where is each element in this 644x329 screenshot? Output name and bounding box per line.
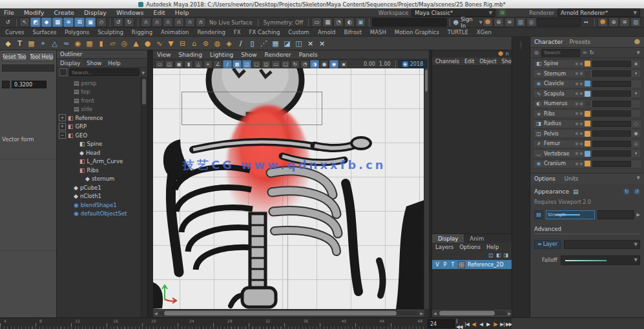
layer-chip[interactable]: ≡ Layer: [534, 240, 561, 249]
reset-tool-button[interactable]: Reset Tool: [2, 52, 27, 61]
viewport-toolbar-icon[interactable]: ◉: [329, 60, 338, 68]
menu-item[interactable]: Windows: [116, 9, 143, 16]
snap-icon[interactable]: ∩: [185, 17, 195, 27]
menu-item[interactable]: Help: [175, 9, 189, 16]
units-section-label[interactable]: Units: [565, 175, 579, 182]
expand-toggle[interactable]: +: [59, 114, 66, 121]
layer-color-swatch[interactable]: [458, 261, 465, 268]
shelf-icon[interactable]: ⌖: [37, 38, 48, 49]
playback-button[interactable]: |◀◀: [456, 320, 463, 328]
menu-item[interactable]: Edit: [153, 9, 165, 16]
toggle-dot[interactable]: [576, 132, 578, 135]
value-field[interactable]: [592, 101, 631, 107]
viewport-toolbar-icon[interactable]: □: [252, 60, 261, 68]
exposure-value[interactable]: 0.00: [364, 61, 375, 67]
channel-box-icon[interactable]: ☻: [498, 51, 503, 57]
brush-icon[interactable]: ▤: [534, 210, 543, 219]
toggle-dot[interactable]: [580, 152, 583, 155]
channel-box-menu-item[interactable]: Object: [480, 59, 497, 65]
shelf-icon[interactable]: ×: [317, 38, 327, 49]
influence-row[interactable]: ◉ Clavicle: [533, 79, 641, 88]
shelf-icon[interactable]: ×: [305, 38, 316, 49]
viewport-toolbar-icon[interactable]: ◑: [310, 60, 319, 68]
outliner-item[interactable]: ◆ pCube1: [57, 183, 141, 192]
shelf-icon[interactable]: ▲: [130, 38, 141, 49]
shelf-tab[interactable]: Surfaces: [33, 29, 57, 35]
viewport-toolbar-icon[interactable]: ▣: [174, 60, 183, 68]
menu-item[interactable]: Display: [84, 9, 107, 16]
layer-visibility-toggle[interactable]: V: [435, 262, 440, 268]
outliner-menu-item[interactable]: Help: [108, 60, 120, 66]
color-swatch[interactable]: [585, 151, 590, 157]
selection-mask-icon[interactable]: ▣: [85, 17, 96, 27]
shelf-tab[interactable]: Rigging: [132, 29, 152, 35]
shelf-icon[interactable]: ∕: [235, 38, 246, 49]
value-field[interactable]: [592, 161, 631, 167]
viewport-toolbar-icon[interactable]: ●: [320, 60, 329, 68]
history-icon[interactable]: ↺: [113, 17, 123, 27]
shelf-icon[interactable]: ≈: [61, 38, 72, 49]
viewport-toolbar-icon[interactable]: □: [281, 60, 290, 68]
expand-toggle[interactable]: +: [59, 123, 66, 130]
viewport-toolbar-icon[interactable]: ↻: [291, 60, 300, 68]
shelf-icon[interactable]: ◎: [119, 38, 130, 49]
sidebar-toggle-icon[interactable]: ☻: [597, 17, 608, 27]
row-option-icon[interactable]: ▾: [633, 151, 639, 156]
outliner-item[interactable]: ▤ side: [57, 105, 141, 114]
search-input[interactable]: [372, 18, 447, 26]
playback-button[interactable]: ◀|: [470, 320, 477, 328]
viewport-menu-item[interactable]: Show: [241, 52, 256, 58]
viewport-toolbar-icon[interactable]: ▪: [339, 60, 348, 68]
outliner-item[interactable]: ▤ persp: [57, 79, 141, 88]
shelf-icon[interactable]: ▦: [26, 38, 37, 49]
shelf-icon[interactable]: ▦: [84, 38, 95, 49]
symmetry-label[interactable]: Symmetry: Off: [264, 19, 304, 26]
viewport-toolbar-icon[interactable]: ▭: [271, 60, 280, 68]
strength-slider[interactable]: Strength: [546, 210, 595, 219]
shelf-tab[interactable]: Bifrost: [344, 29, 361, 35]
color-swatch[interactable]: [585, 161, 590, 166]
expand-toggle[interactable]: −: [59, 132, 66, 139]
snap-icon[interactable]: ∩: [141, 17, 151, 27]
channel-box-icon[interactable]: ∩: [505, 51, 509, 57]
playback-button[interactable]: |◀: [463, 320, 470, 328]
outliner-item[interactable]: ◆ sternum: [57, 175, 141, 184]
viewport-toolbar-icon[interactable]: ▭: [155, 60, 164, 68]
selection-mask-icon[interactable]: ◇: [96, 17, 107, 27]
search-option-icon[interactable]: ≈: [583, 50, 587, 55]
search-option-icon[interactable]: ↻: [590, 50, 594, 55]
shelf-icon[interactable]: ▮: [96, 38, 107, 49]
viewport-toolbar-icon[interactable]: ◫: [242, 60, 251, 68]
shelf-icon[interactable]: ▱: [107, 38, 118, 49]
selection-mask-icon[interactable]: ⊞: [74, 17, 85, 27]
dock-grip[interactable]: ⋮⋮: [512, 42, 530, 47]
influence-row[interactable]: ∿ Scapula ▾: [533, 89, 641, 98]
folder-icon[interactable]: ▤: [573, 188, 579, 195]
value-field[interactable]: [592, 61, 631, 67]
viewport-toolbar-icon[interactable]: ◔: [300, 60, 309, 68]
layer-menu-item[interactable]: Layers: [435, 244, 453, 250]
toggle-dot[interactable]: [580, 72, 583, 75]
influence-row[interactable]: ◡ Vertebrae ▾: [533, 149, 641, 158]
new-layer-icon[interactable]: ◫: [488, 252, 493, 258]
history-icon[interactable]: ↻: [124, 17, 134, 27]
shelf-tab[interactable]: Rendering: [197, 29, 225, 35]
viewport-toolbar-icon[interactable]: ∠: [213, 60, 222, 68]
current-frame-field[interactable]: 24: [428, 319, 455, 328]
render-icon[interactable]: ▦: [322, 17, 333, 27]
channel-box-menu-item[interactable]: Channels: [435, 59, 459, 65]
shelf-tab[interactable]: Custom: [288, 29, 309, 35]
advanced-section-label[interactable]: Advanced: [534, 226, 640, 234]
influence-row[interactable]: ≈ Sternum ▾: [533, 69, 641, 78]
shelf-tab[interactable]: Arnold: [318, 29, 336, 35]
shelf-tab[interactable]: MASH: [370, 29, 386, 35]
render-icon[interactable]: ◐: [344, 17, 355, 27]
shelf-tab[interactable]: FX Caching: [249, 29, 280, 35]
viewport-vertical-scrollbar[interactable]: [424, 68, 429, 309]
outliner-vertical-scrollbar[interactable]: [141, 77, 147, 317]
color-swatch[interactable]: [585, 111, 590, 117]
toggle-dot[interactable]: [580, 132, 583, 135]
selection-mask-icon[interactable]: ≡: [63, 17, 74, 27]
layer-playback-toggle[interactable]: P: [442, 262, 448, 268]
value-field[interactable]: [592, 110, 631, 117]
